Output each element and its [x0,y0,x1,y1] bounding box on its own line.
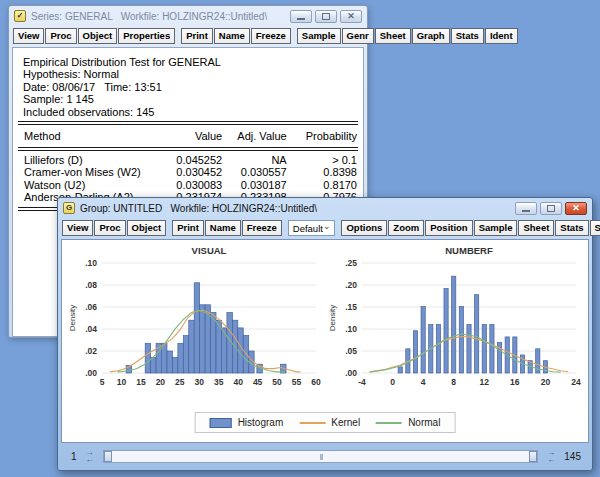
svg-text:20: 20 [156,377,166,387]
svg-text:24: 24 [571,377,581,387]
table-cell: Value [166,128,223,144]
toolbar-button-genr[interactable]: Genr [342,28,374,44]
view-type-dropdown[interactable]: Default ⌄ [288,220,336,236]
svg-text:.00: .00 [345,368,357,378]
toolbar-button-print[interactable]: Print [172,220,204,236]
toolbar-button-sample[interactable]: Sample [474,220,518,236]
svg-text:45: 45 [253,377,263,387]
maximize-icon [322,13,330,20]
table-cell: 0.030083 [166,179,223,191]
toolbar-button-options[interactable]: Options [341,220,387,236]
legend-label: Histogram [238,417,284,428]
table-row: Watson (U2)0.0300830.0301870.8170 [13,179,363,191]
window-controls: ✕ [290,10,362,23]
toolbar-button-spec[interactable]: Spec [590,220,600,236]
range-start-stepper[interactable]: → ← [83,449,97,463]
svg-text:.06: .06 [85,302,97,312]
table-cell: 0.030557 [222,166,286,178]
chart-visual: .00.02.04.06.08.105101520253035404550556… [68,245,324,395]
table-cell: > 0.1 [287,154,357,166]
slider-left-handle[interactable] [104,451,112,462]
report-line-hypothesis-normal: Hypothesis: Normal [13,68,363,80]
svg-text:.05: .05 [345,346,357,356]
toolbar-button-print[interactable]: Print [181,28,213,44]
svg-text:NUMBERF: NUMBERF [445,245,493,256]
close-button[interactable]: ✕ [565,202,587,215]
close-icon: ✕ [347,12,355,21]
toolbar-button-proc[interactable]: Proc [94,220,125,236]
table-header: MethodValueAdj. ValueProbability [13,128,363,144]
table-cell: 0.8398 [287,166,357,178]
maximize-icon [547,205,555,212]
table-cell: 0.030452 [166,166,223,178]
svg-text:50: 50 [272,377,282,387]
kernel-line-icon [299,422,325,424]
svg-text:60: 60 [311,377,321,387]
minimize-button[interactable] [515,202,537,215]
desktop: ✓ Series: GENERAL Workfile: HOLZINGR24::… [0,0,600,477]
table-cell: Lilliefors (D) [19,154,166,166]
toolbar-button-view[interactable]: View [13,28,44,44]
chart-legend: Histogram Kernel Normal [195,412,456,433]
toolbar-button-sheet[interactable]: Sheet [518,220,554,236]
svg-text:VISUAL: VISUAL [192,245,227,256]
report-line-empirical-distribution-test-for-general: Empirical Distribution Test for GENERAL [13,56,363,68]
group-window-titlebar[interactable]: G Group: UNTITLED Workfile: HOLZINGR24::… [61,198,589,218]
slider-center-mark [320,454,323,460]
toolbar-button-sheet[interactable]: Sheet [375,28,411,44]
table-cell: Probability [287,128,357,144]
close-icon: ✕ [572,204,580,213]
chart-numberf: .00.05.10.15.20.25-404812162024NUMBERFDe… [328,245,584,395]
series-window-titlebar[interactable]: ✓ Series: GENERAL Workfile: HOLZINGR24::… [12,6,364,26]
svg-text:55: 55 [292,377,302,387]
series-window-title: Series: GENERAL Workfile: HOLZINGR24::Un… [31,11,267,22]
table-cell: NA [222,154,286,166]
toolbar-button-position[interactable]: Position [425,220,472,236]
divider [18,147,358,151]
group-icon: G [63,202,75,214]
svg-text:10: 10 [117,377,127,387]
svg-text:25: 25 [175,377,185,387]
svg-text:4: 4 [421,377,426,387]
toolbar-button-graph[interactable]: Graph [412,28,450,44]
toolbar-button-object[interactable]: Object [127,220,167,236]
toolbar-button-view[interactable]: View [62,220,93,236]
toolbar-group: OptionsZoomPositionSampleSheetStatsSpec [341,220,600,236]
table-row: MethodValueAdj. ValueProbability [13,128,363,144]
range-start-label: 1 [71,451,77,462]
close-button[interactable]: ✕ [340,10,362,23]
divider [18,121,358,125]
toolbar-button-object[interactable]: Object [78,28,118,44]
toolbar-button-name[interactable]: Name [205,220,241,236]
toolbar-button-freeze[interactable]: Freeze [251,28,291,44]
toolbar-group: SampleGenrSheetGraphStatsIdent [297,28,518,44]
arrow-left-icon[interactable]: ← [547,456,555,463]
sample-range-slider[interactable] [103,450,539,463]
toolbar-button-ident[interactable]: Ident [485,28,518,44]
svg-text:15: 15 [136,377,146,387]
maximize-button[interactable] [540,202,562,215]
svg-text:.00: .00 [85,368,97,378]
legend-item-normal: Normal [376,417,440,428]
table-row: Lilliefors (D)0.045252NA> 0.1 [13,154,363,166]
slider-right-handle[interactable] [529,451,537,462]
maximize-button[interactable] [315,10,337,23]
range-end-stepper[interactable]: → ← [544,449,558,463]
toolbar-button-stats[interactable]: Stats [555,220,588,236]
minimize-button[interactable] [290,10,312,23]
legend-label: Kernel [331,417,360,428]
toolbar-button-properties[interactable]: Properties [118,28,175,44]
toolbar-button-zoom[interactable]: Zoom [388,220,424,236]
distribution-test-report: Empirical Distribution Test for GENERALH… [13,48,363,211]
toolbar-button-sample[interactable]: Sample [297,28,341,44]
arrow-left-icon[interactable]: ← [86,456,94,463]
svg-text:.20: .20 [345,280,357,290]
toolbar-button-freeze[interactable]: Freeze [242,220,282,236]
toolbar-button-proc[interactable]: Proc [45,28,76,44]
series-toolbar: ViewProcObjectProperties PrintNameFreeze… [12,26,364,47]
toolbar-button-name[interactable]: Name [214,28,250,44]
table-cell: 0.045252 [166,154,223,166]
toolbar-group: ViewProcObject [62,220,166,236]
toolbar-group: PrintNameFreeze [172,220,282,236]
toolbar-button-stats[interactable]: Stats [451,28,484,44]
